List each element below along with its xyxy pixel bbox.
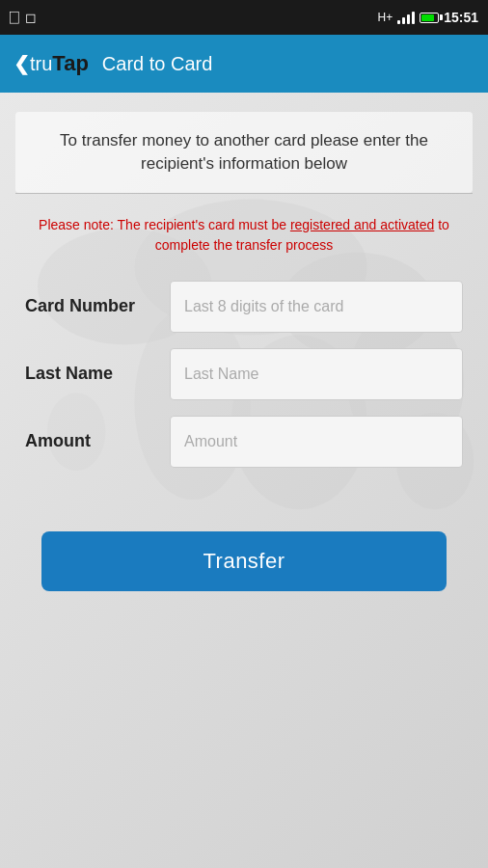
- battery-icon: [420, 13, 439, 23]
- description-box: To transfer money to another card please…: [15, 112, 473, 193]
- signal-bar-2: [402, 17, 405, 24]
- card-number-label: Card Number: [25, 296, 170, 316]
- amount-row: Amount: [25, 416, 463, 468]
- status-bar-left: ⎕ ◻: [10, 9, 37, 26]
- note-box: Please note: The recipient's card must b…: [15, 203, 473, 271]
- transfer-button-wrap: Transfer: [15, 502, 473, 610]
- last-name-label: Last Name: [25, 364, 170, 384]
- page-title: Card to Card: [102, 53, 213, 75]
- last-name-input[interactable]: [170, 348, 463, 400]
- usb-icon: ⎕: [10, 9, 19, 26]
- note-link[interactable]: registered and activated: [290, 217, 434, 232]
- battery-fill: [421, 14, 434, 21]
- signal-bar-4: [412, 12, 415, 24]
- hplus-indicator: H+: [378, 11, 393, 24]
- note-text: Please note: The recipient's card must b…: [39, 217, 449, 253]
- main-content: To transfer money to another card please…: [0, 93, 488, 868]
- description-text: To transfer money to another card please…: [31, 129, 457, 176]
- form-section: Card Number Last Name Amount: [15, 271, 473, 502]
- amount-label: Amount: [25, 431, 170, 451]
- signal-bar-3: [407, 14, 410, 24]
- divider: [15, 193, 473, 194]
- logo-tap-text: Tap: [52, 51, 88, 76]
- card-number-row: Card Number: [25, 281, 463, 333]
- note-prefix: Please note: The recipient's card must b…: [39, 217, 290, 232]
- status-bar-right: H+ 15:51: [378, 10, 479, 25]
- app-logo: ❮ tru Tap: [14, 51, 89, 76]
- logo-arrow-icon: ❮: [14, 52, 30, 75]
- transfer-button[interactable]: Transfer: [41, 531, 447, 591]
- app-bar: ❮ tru Tap Card to Card: [0, 35, 488, 93]
- logo-tru-text: tru: [30, 53, 52, 75]
- amount-input[interactable]: [170, 416, 463, 468]
- status-bar: ⎕ ◻ H+ 15:51: [0, 0, 488, 35]
- settings-icon: ◻: [25, 10, 37, 25]
- signal-bar-1: [397, 20, 400, 24]
- card-number-input[interactable]: [170, 281, 463, 333]
- content-inner: To transfer money to another card please…: [0, 93, 488, 630]
- signal-bars: [397, 11, 415, 24]
- last-name-row: Last Name: [25, 348, 463, 400]
- status-time: 15:51: [444, 10, 478, 25]
